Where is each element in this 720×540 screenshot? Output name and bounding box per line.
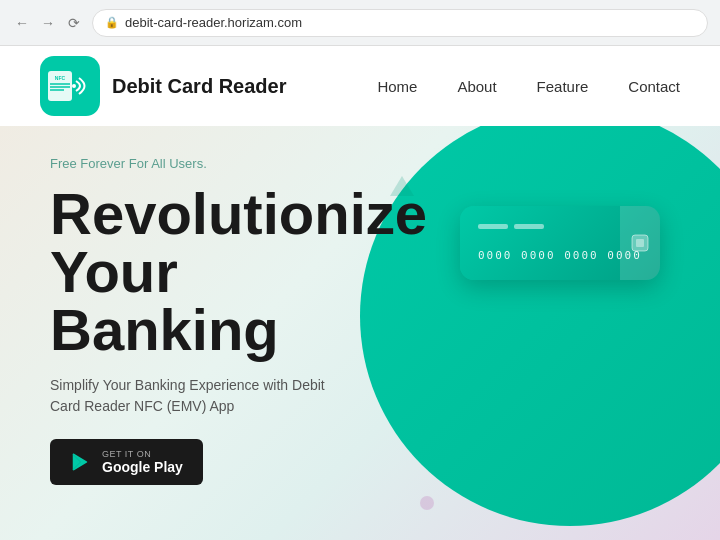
logo-text: Debit Card Reader (112, 75, 287, 98)
emv-chip-icon (630, 233, 650, 253)
card-number: 0000 0000 0000 0000 (478, 249, 642, 262)
cta-small-text: GET IT ON (102, 449, 151, 459)
nav-feature[interactable]: Feature (537, 78, 589, 95)
cta-large-text: Google Play (102, 459, 183, 475)
debit-card: 0000 0000 0000 0000 (460, 206, 660, 280)
card-decorative-lines (478, 224, 642, 229)
hero-title: Revolutionize Your Banking (50, 185, 470, 359)
navbar: NFC Debit Card Reader Home About Feature… (0, 46, 720, 126)
card-visual: 0000 0000 0000 0000 (460, 206, 660, 280)
card-line-2 (514, 224, 544, 229)
lock-icon: 🔒 (105, 16, 119, 29)
dot-decoration (420, 496, 434, 510)
browser-nav-buttons: ← → ⟳ (12, 13, 84, 33)
reload-button[interactable]: ⟳ (64, 13, 84, 33)
cta-text-area: GET IT ON Google Play (102, 449, 183, 475)
nav-contact[interactable]: Contact (628, 78, 680, 95)
forward-button[interactable]: → (38, 13, 58, 33)
hero-title-line1: Revolutionize (50, 181, 427, 246)
back-button[interactable]: ← (12, 13, 32, 33)
svg-text:NFC: NFC (55, 75, 66, 81)
hero-subtitle: Simplify Your Banking Experience with De… (50, 375, 330, 417)
url-text: debit-card-reader.horizam.com (125, 15, 302, 30)
hero-badge: Free Forever For All Users. (50, 156, 470, 171)
hero-title-line2: Your (50, 239, 178, 304)
nav-links: Home About Feature Contact (377, 78, 680, 95)
svg-rect-8 (636, 239, 644, 247)
hero-content: Free Forever For All Users. Revolutioniz… (50, 156, 470, 485)
svg-point-6 (72, 84, 76, 88)
triangle-decoration (390, 176, 414, 196)
google-play-button[interactable]: GET IT ON Google Play (50, 439, 203, 485)
hero-section: Free Forever For All Users. Revolutioniz… (0, 126, 720, 540)
website-content: NFC Debit Card Reader Home About Feature… (0, 46, 720, 540)
nav-home[interactable]: Home (377, 78, 417, 95)
logo-icon: NFC (40, 56, 100, 116)
play-store-icon (70, 451, 92, 473)
browser-chrome: ← → ⟳ 🔒 debit-card-reader.horizam.com (0, 0, 720, 46)
card-line-1 (478, 224, 508, 229)
hero-title-line3: Banking (50, 297, 279, 362)
card-stripe (620, 206, 660, 280)
address-bar[interactable]: 🔒 debit-card-reader.horizam.com (92, 9, 708, 37)
nav-about[interactable]: About (457, 78, 496, 95)
logo-area: NFC Debit Card Reader (40, 56, 287, 116)
